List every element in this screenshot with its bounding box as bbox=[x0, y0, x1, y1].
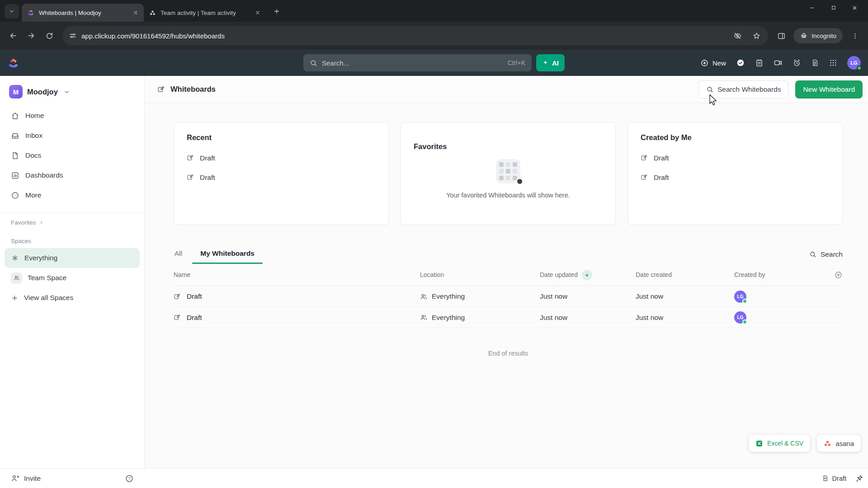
sidebar-item-label: More bbox=[25, 191, 41, 199]
docked-draft-item[interactable]: Draft bbox=[822, 475, 846, 482]
sidebar-item-view-all-spaces[interactable]: View all Spaces bbox=[5, 288, 140, 308]
chevron-right-icon bbox=[39, 220, 44, 225]
asana-button[interactable]: asana bbox=[817, 435, 861, 452]
browser-menu-icon[interactable] bbox=[846, 27, 863, 44]
recent-item[interactable]: Draft bbox=[187, 168, 376, 187]
dashboards-icon bbox=[11, 171, 19, 180]
favorites-empty-text: Your favorited Whiteboards will show her… bbox=[446, 192, 570, 199]
new-button[interactable]: New bbox=[700, 59, 726, 67]
table-search-button[interactable]: Search bbox=[809, 250, 843, 264]
tab-search-button[interactable] bbox=[5, 4, 19, 19]
new-tab-button[interactable] bbox=[269, 4, 284, 19]
bookmark-star-icon[interactable] bbox=[749, 28, 764, 43]
created-by-avatar[interactable]: LG bbox=[734, 291, 746, 303]
clickup-logo[interactable] bbox=[7, 57, 19, 69]
status-check-icon[interactable] bbox=[736, 58, 745, 67]
add-column-button[interactable] bbox=[834, 271, 843, 279]
search-icon bbox=[809, 251, 816, 258]
incognito-icon bbox=[800, 32, 808, 40]
created-by-avatar[interactable]: LG bbox=[734, 311, 746, 324]
created-item[interactable]: Draft bbox=[641, 168, 830, 187]
ai-button[interactable]: AI bbox=[536, 54, 565, 71]
row-name: Draft bbox=[187, 292, 202, 300]
row-name-cell[interactable]: Draft bbox=[174, 292, 420, 300]
recent-item[interactable]: Draft bbox=[187, 148, 376, 168]
row-date-created: Just now bbox=[636, 314, 734, 322]
tab-my-whiteboards[interactable]: My Whiteboards bbox=[199, 249, 255, 264]
incognito-label: Incognito bbox=[811, 33, 836, 39]
illustration-dot bbox=[516, 178, 524, 185]
eye-off-icon[interactable] bbox=[730, 28, 745, 43]
spaces-section-label: Spaces bbox=[11, 238, 133, 244]
sidebar-item-docs[interactable]: Docs bbox=[0, 145, 144, 165]
window-close-button[interactable] bbox=[844, 0, 865, 15]
tab-title: Team activity | Team activity bbox=[160, 9, 249, 16]
new-whiteboard-button[interactable]: New Whiteboard bbox=[795, 80, 863, 99]
browser-tab-whiteboards[interactable]: Whiteboards | Moodjoy bbox=[22, 4, 144, 22]
space-label: View all Spaces bbox=[24, 294, 73, 302]
tab-close-icon[interactable] bbox=[131, 8, 140, 17]
space-label: Team Space bbox=[28, 274, 66, 282]
apps-grid-icon[interactable] bbox=[829, 59, 837, 67]
new-label: New bbox=[712, 59, 726, 67]
window-maximize-button[interactable] bbox=[823, 0, 844, 15]
column-header-name[interactable]: Name bbox=[174, 271, 420, 278]
search-whiteboards-input[interactable]: Search Whiteboards bbox=[698, 80, 788, 99]
people-icon bbox=[420, 314, 428, 321]
sidebar-item-home[interactable]: Home bbox=[0, 106, 144, 126]
site-settings-icon[interactable] bbox=[69, 32, 77, 40]
favorites-empty-illustration bbox=[496, 159, 520, 183]
sidebar-item-label: Home bbox=[25, 112, 44, 120]
doc-icon[interactable] bbox=[811, 59, 819, 67]
video-icon[interactable] bbox=[774, 58, 783, 67]
workspace-switcher[interactable]: M Moodjoy bbox=[0, 82, 144, 106]
table-row[interactable]: Draft Everything Just now Just now LG bbox=[174, 307, 843, 328]
tab-all[interactable]: All bbox=[174, 249, 183, 264]
user-avatar[interactable]: LG bbox=[847, 56, 861, 70]
notepad-icon[interactable] bbox=[755, 59, 764, 67]
invite-button[interactable]: Invite bbox=[11, 474, 41, 483]
back-button[interactable] bbox=[5, 27, 22, 44]
sidebar-item-inbox[interactable]: Inbox bbox=[0, 126, 144, 145]
whiteboards-table: Name Location Date updated Date created … bbox=[174, 264, 843, 328]
chevron-down-icon bbox=[63, 89, 70, 95]
tab-close-icon[interactable] bbox=[253, 8, 262, 17]
help-icon[interactable]: ? bbox=[125, 474, 134, 483]
row-location-cell[interactable]: Everything bbox=[420, 314, 540, 322]
sidebar-item-team-space[interactable]: Team Space bbox=[5, 268, 140, 288]
sidebar-item-dashboards[interactable]: Dashboards bbox=[0, 165, 144, 185]
asana-icon bbox=[824, 440, 831, 447]
column-header-created-by[interactable]: Created by bbox=[734, 271, 825, 278]
column-header-date-created[interactable]: Date created bbox=[636, 271, 734, 278]
column-header-location[interactable]: Location bbox=[420, 271, 540, 278]
address-bar[interactable]: app.clickup.com/9016164592/hubs/whiteboa… bbox=[62, 26, 768, 45]
global-search-placeholder: Search... bbox=[322, 59, 349, 67]
sidebar-favorites-toggle[interactable]: Favorites bbox=[11, 219, 133, 226]
bottom-bar: Invite ? Draft bbox=[0, 468, 868, 488]
docs-icon bbox=[11, 151, 19, 160]
reminder-clock-icon[interactable] bbox=[793, 59, 801, 67]
side-panel-icon[interactable] bbox=[773, 27, 790, 44]
global-search-input[interactable]: Search... Ctrl+K bbox=[303, 54, 532, 71]
sidebar-item-more[interactable]: More bbox=[0, 185, 144, 205]
page-content: Recent Draft Draft Fa bbox=[145, 103, 868, 468]
space-label: Everything bbox=[24, 254, 57, 262]
sidebar-item-everything[interactable]: Everything bbox=[5, 248, 140, 268]
row-name-cell[interactable]: Draft bbox=[174, 314, 420, 322]
window-minimize-button[interactable] bbox=[802, 0, 823, 15]
doc-icon bbox=[822, 475, 829, 482]
page-header: Whiteboards Search Whiteboards New White… bbox=[145, 76, 868, 103]
excel-csv-button[interactable]: Excel & CSV bbox=[749, 435, 810, 452]
invite-label: Invite bbox=[24, 474, 41, 483]
sort-descending-icon[interactable] bbox=[582, 270, 592, 280]
column-header-date-updated[interactable]: Date updated bbox=[540, 270, 636, 280]
inbox-icon bbox=[11, 131, 19, 140]
reload-button[interactable] bbox=[41, 27, 58, 44]
browser-tab-team-activity[interactable]: Team activity | Team activity bbox=[144, 4, 266, 22]
table-row[interactable]: Draft Everything Just now Just now LG bbox=[174, 286, 843, 307]
row-location-cell[interactable]: Everything bbox=[420, 292, 540, 300]
forward-button[interactable] bbox=[23, 27, 40, 44]
created-item[interactable]: Draft bbox=[641, 148, 830, 168]
new-whiteboard-label: New Whiteboard bbox=[803, 85, 855, 94]
pin-icon[interactable] bbox=[855, 474, 863, 483]
